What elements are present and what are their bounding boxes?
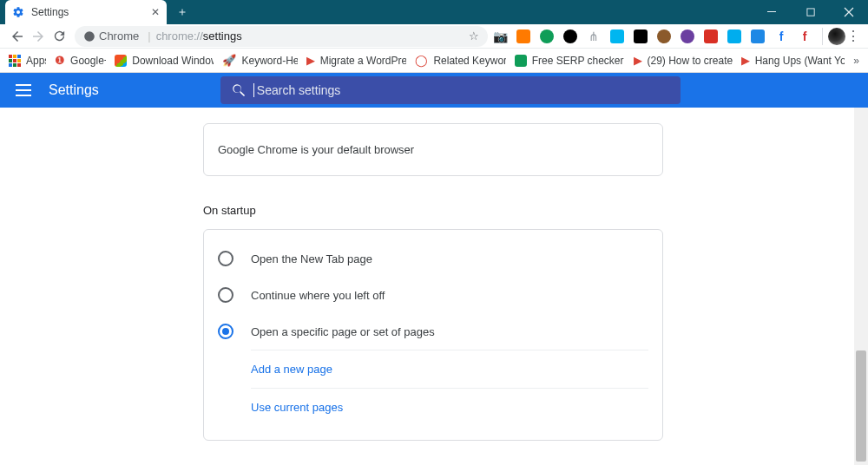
ext-icon[interactable]	[516, 29, 530, 43]
svg-rect-0	[767, 11, 776, 12]
ext-icon[interactable]: f	[798, 29, 812, 43]
advanced-toggle[interactable]: Advanced	[203, 441, 663, 465]
svg-rect-1	[806, 8, 813, 15]
hamburger-menu-icon[interactable]	[16, 80, 36, 101]
ext-icon[interactable]	[727, 29, 741, 43]
bookmark-item[interactable]: Free SERP checker -...	[515, 54, 625, 68]
browser-titlebar: Settings ✕	[0, 0, 868, 24]
address-chip: Chrome	[99, 29, 139, 43]
back-button[interactable]	[7, 26, 28, 47]
address-prefix: chrome://	[156, 29, 203, 43]
bookmark-item[interactable]: 🚀Keyword-Hero	[222, 54, 297, 68]
bookmark-item[interactable]: ▶Hang Ups (Want Yo...	[741, 54, 845, 68]
radio-new-tab[interactable]: Open the New Tab page	[204, 240, 662, 277]
radio-icon	[218, 324, 233, 339]
close-tab-icon[interactable]: ✕	[151, 6, 160, 18]
settings-icon	[12, 6, 24, 18]
default-browser-text: Google Chrome is your default browser	[218, 143, 414, 156]
bookmark-item[interactable]: ◯Related Keywords	[415, 54, 505, 68]
minimize-button[interactable]	[753, 0, 792, 24]
address-bar: Chrome | chrome://settings ☆ 📷 ⋔ f f ⋮	[0, 24, 868, 49]
radio-continue[interactable]: Continue where you left off	[204, 277, 662, 313]
settings-title: Settings	[49, 82, 99, 98]
ext-icon[interactable]	[540, 29, 554, 43]
ext-icon[interactable]	[563, 29, 577, 43]
bookmark-item[interactable]: ▶(29) How to create...	[634, 54, 733, 68]
ext-icon[interactable]	[634, 29, 648, 43]
bookmark-apps[interactable]: Apps	[9, 54, 46, 68]
bookmark-item[interactable]: ▶Migrate a WordPre...	[306, 54, 407, 68]
search-icon	[231, 82, 247, 98]
ext-icon[interactable]: f	[774, 29, 788, 43]
bookmark-item[interactable]: ❶Google+	[55, 54, 106, 68]
site-info-icon[interactable]: Chrome	[83, 29, 139, 43]
ext-icon[interactable]	[657, 29, 671, 43]
scrollbar-track[interactable]	[854, 108, 868, 465]
radio-label: Continue where you left off	[251, 289, 385, 302]
omnibox[interactable]: Chrome | chrome://settings ☆	[75, 26, 488, 47]
forward-button[interactable]	[28, 26, 49, 47]
bookmark-item[interactable]: Download Window...	[115, 54, 214, 68]
chrome-menu-button[interactable]: ⋮	[845, 28, 861, 44]
browser-tab[interactable]: Settings ✕	[5, 0, 167, 24]
settings-search[interactable]	[220, 76, 681, 104]
settings-header: Settings	[0, 73, 868, 108]
on-startup-card: Open the New Tab page Continue where you…	[203, 229, 663, 441]
profile-avatar[interactable]	[828, 28, 845, 45]
radio-icon	[218, 251, 233, 266]
settings-content: Google Chrome is your default browser On…	[0, 108, 868, 465]
new-tab-button[interactable]	[170, 0, 194, 24]
reload-button[interactable]	[49, 26, 69, 47]
extension-icons: 📷 ⋔ f f	[493, 29, 817, 43]
bookmarks-overflow[interactable]: »	[853, 55, 859, 67]
default-browser-card: Google Chrome is your default browser	[203, 123, 663, 176]
svg-point-2	[84, 31, 95, 42]
ext-icon[interactable]	[751, 29, 765, 43]
close-window-button[interactable]	[830, 0, 868, 24]
ext-icon[interactable]: ⋔	[587, 29, 601, 43]
scrollbar-thumb[interactable]	[856, 350, 866, 462]
add-new-page-link[interactable]: Add a new page	[251, 350, 648, 388]
radio-label: Open the New Tab page	[251, 252, 372, 265]
maximize-button[interactable]	[792, 0, 830, 24]
ext-icon[interactable]	[610, 29, 624, 43]
ext-icon[interactable]	[681, 29, 694, 43]
radio-specific-pages[interactable]: Open a specific page or set of pages	[204, 313, 662, 350]
search-input[interactable]	[257, 83, 670, 97]
ext-icon[interactable]: 📷	[493, 29, 507, 43]
bookmarks-bar: Apps ❶Google+ Download Window... 🚀Keywor…	[0, 49, 868, 73]
address-path: settings	[203, 29, 242, 43]
window-controls	[753, 0, 868, 24]
use-current-pages-link[interactable]: Use current pages	[251, 388, 648, 426]
bookmark-star-icon[interactable]: ☆	[469, 29, 479, 43]
radio-label: Open a specific page or set of pages	[251, 325, 435, 338]
on-startup-heading: On startup	[203, 204, 663, 217]
ext-icon[interactable]	[704, 29, 718, 43]
radio-icon	[218, 287, 233, 303]
tab-title: Settings	[31, 6, 151, 18]
